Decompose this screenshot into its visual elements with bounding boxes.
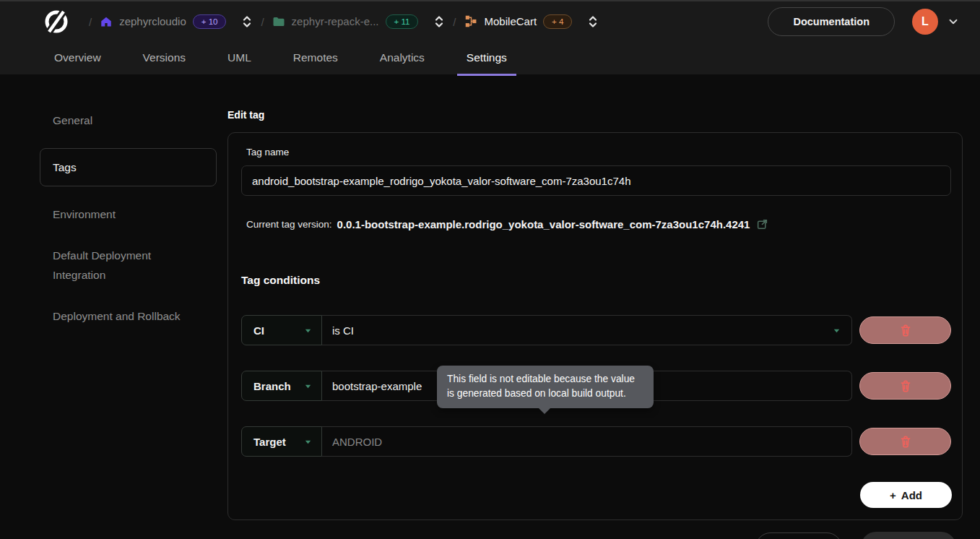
breadcrumb-separator: / bbox=[89, 16, 92, 28]
add-condition-button[interactable]: + Add bbox=[860, 482, 952, 508]
condition-value-select[interactable]: is CI bbox=[322, 315, 852, 345]
condition-row: Target ANDROID bbox=[241, 426, 951, 457]
org-selector-chevrons-icon[interactable] bbox=[241, 14, 253, 29]
current-tag-version-value: 0.0.1-bootstrap-example.rodrigo_yokota_v… bbox=[337, 218, 750, 230]
trash-icon bbox=[898, 434, 913, 449]
bottom-secondary-button[interactable] bbox=[755, 532, 842, 539]
application-count-badge: + 4 bbox=[543, 14, 572, 30]
sidebar-item-deployment-and-rollback[interactable]: Deployment and Rollback bbox=[40, 297, 217, 335]
folder-icon bbox=[272, 15, 285, 28]
condition-row: CI is CI bbox=[241, 315, 951, 345]
app-tabs: Overview Versions UML Remotes Analytics … bbox=[0, 42, 980, 76]
condition-value-text: is CI bbox=[332, 324, 354, 337]
account-chevron-down-icon[interactable] bbox=[947, 15, 960, 28]
condition-type-select[interactable]: Target bbox=[241, 426, 322, 457]
trash-icon bbox=[898, 323, 913, 337]
sidebar-item-environment[interactable]: Environment bbox=[40, 195, 217, 233]
breadcrumb-application[interactable]: MobileCart + 4 bbox=[464, 14, 599, 30]
condition-type-select[interactable]: Branch bbox=[241, 371, 322, 401]
org-count-badge: + 10 bbox=[193, 14, 227, 30]
chevron-down-icon bbox=[303, 381, 313, 391]
delete-condition-button[interactable] bbox=[859, 428, 951, 455]
breadcrumb-separator: / bbox=[261, 16, 264, 28]
current-tag-version-line: Current tag version: 0.0.1-bootstrap-exa… bbox=[246, 218, 768, 230]
breadcrumb-project[interactable]: zephyr-repack-e... + 11 bbox=[272, 14, 446, 30]
settings-sidebar: General Tags Environment Default Deploym… bbox=[40, 101, 217, 338]
zephyr-logo-icon[interactable] bbox=[42, 7, 71, 36]
sidebar-item-general[interactable]: General bbox=[40, 101, 217, 139]
trash-icon bbox=[898, 379, 913, 393]
plus-icon: + bbox=[890, 489, 896, 501]
tooltip-arrow bbox=[538, 408, 551, 414]
breadcrumb-org[interactable]: zephyrcloudio + 10 bbox=[100, 14, 253, 30]
project-count-badge: + 11 bbox=[386, 14, 419, 30]
field-not-editable-tooltip: This field is not editable because the v… bbox=[437, 366, 654, 408]
breadcrumb-separator: / bbox=[453, 16, 456, 28]
sitemap-icon bbox=[464, 14, 478, 28]
tooltip-text: This field is not editable because the v… bbox=[447, 374, 635, 399]
add-button-label: Add bbox=[901, 489, 922, 501]
app-header: / zephyrcloudio + 10 / zephyr-repack-e..… bbox=[0, 0, 980, 74]
breadcrumb-project-label: zephyr-repack-e... bbox=[292, 15, 379, 27]
tag-conditions-heading: Tag conditions bbox=[241, 274, 320, 287]
condition-value-field-disabled: ANDROID bbox=[322, 426, 852, 457]
sidebar-item-default-deployment-integration[interactable]: Default Deployment Integration bbox=[40, 236, 217, 294]
documentation-button[interactable]: Documentation bbox=[768, 7, 895, 36]
condition-type-label: CI bbox=[253, 324, 264, 337]
tab-settings[interactable]: Settings bbox=[457, 42, 516, 76]
chevron-down-icon bbox=[832, 326, 841, 335]
tag-name-label: Tag name bbox=[246, 147, 289, 158]
delete-condition-button[interactable] bbox=[859, 316, 951, 344]
breadcrumb-org-label: zephyrcloudio bbox=[119, 15, 186, 27]
condition-value-text: ANDROID bbox=[332, 436, 382, 448]
chevron-down-icon bbox=[303, 437, 313, 447]
sidebar-item-tags[interactable]: Tags bbox=[40, 148, 217, 186]
condition-type-label: Target bbox=[253, 436, 286, 448]
tag-name-input[interactable] bbox=[241, 165, 951, 196]
project-selector-chevrons-icon[interactable] bbox=[433, 14, 445, 29]
application-selector-chevrons-icon[interactable] bbox=[587, 14, 599, 29]
condition-type-label: Branch bbox=[253, 380, 291, 392]
page: / zephyrcloudio + 10 / zephyr-repack-e..… bbox=[0, 0, 980, 539]
tab-uml[interactable]: UML bbox=[218, 42, 261, 76]
top-bar: / zephyrcloudio + 10 / zephyr-repack-e..… bbox=[0, 1, 980, 42]
breadcrumb-application-label: MobileCart bbox=[485, 15, 537, 27]
tab-remotes[interactable]: Remotes bbox=[284, 42, 347, 76]
delete-condition-button[interactable] bbox=[859, 372, 951, 400]
tab-overview[interactable]: Overview bbox=[45, 42, 110, 76]
user-avatar[interactable]: L bbox=[912, 9, 938, 35]
edit-tag-card: Tag name Current tag version: 0.0.1-boot… bbox=[227, 132, 963, 520]
external-link-icon[interactable] bbox=[756, 218, 768, 230]
tab-versions[interactable]: Versions bbox=[134, 42, 195, 76]
home-icon bbox=[100, 15, 113, 28]
condition-value-text: bootstrap-example bbox=[332, 380, 422, 392]
tab-analytics[interactable]: Analytics bbox=[370, 42, 434, 76]
current-tag-version-label: Current tag version: bbox=[246, 219, 332, 230]
bottom-primary-button[interactable] bbox=[861, 532, 956, 539]
edit-tag-heading: Edit tag bbox=[227, 109, 264, 121]
condition-type-select[interactable]: CI bbox=[241, 315, 322, 345]
chevron-down-icon bbox=[303, 326, 313, 335]
